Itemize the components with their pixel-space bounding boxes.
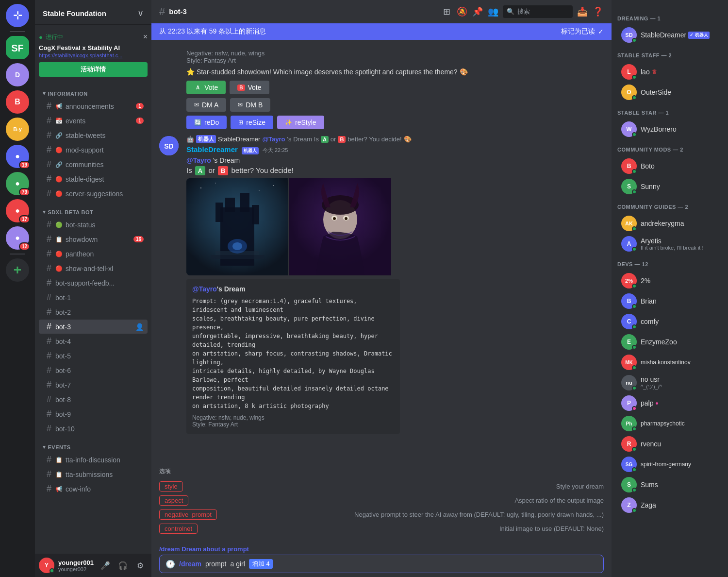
cogx-cta-button[interactable]: 活动详情 xyxy=(39,62,148,77)
inbox-icon[interactable]: 📥 xyxy=(577,6,588,17)
member-name: spirit-from-germany xyxy=(641,461,718,468)
status-dot xyxy=(632,226,637,231)
channel-bot-9[interactable]: # bot-9 xyxy=(39,407,148,421)
server-icon-3[interactable]: B xyxy=(6,90,29,114)
channel-tta-submissions[interactable]: # 📋 tta-submissions xyxy=(39,467,148,481)
channel-bot-3[interactable]: # bot-3 👤 xyxy=(39,320,148,334)
option-negative-tag[interactable]: negative_prompt xyxy=(159,509,217,520)
tayro-mention: @Tayro 's Dream xyxy=(186,156,604,164)
mark-read-button[interactable]: 标记为已读 ✓ xyxy=(561,27,604,36)
command-area: /dream Dream about a prompt 🕐 /dream pro… xyxy=(151,542,612,577)
member-palp[interactable]: P palp ♦ xyxy=(617,393,722,413)
member-pharmapsychotic[interactable]: Ph pharmapsychotic xyxy=(617,414,722,433)
sidebar-header[interactable]: Stable Foundation ∨ xyxy=(35,0,151,25)
channel-tta-info[interactable]: # 📋 tta-info-discussion xyxy=(39,453,148,467)
member-avatar-wyzborrero: W xyxy=(621,121,637,137)
vote-a-button[interactable]: A Vote xyxy=(186,81,226,94)
server-icon-8[interactable]: ● 12 xyxy=(6,226,29,250)
server-icon-stable-foundation[interactable]: SF xyxy=(6,36,29,59)
option-aspect-tag[interactable]: aspect xyxy=(159,495,188,506)
status-dot xyxy=(632,447,637,452)
channel-name: bot-1 xyxy=(55,294,144,302)
member-nousr[interactable]: nu no usr ^_(ツ)_/^ xyxy=(617,373,722,392)
mute-button[interactable]: 🎤 xyxy=(98,558,113,573)
channel-name: bot-6 xyxy=(55,367,144,374)
dm-a-label: DM A xyxy=(202,101,218,109)
restyle-button[interactable]: ✨ reStyle xyxy=(277,116,324,129)
channel-pantheon[interactable]: # 🔴 pantheon xyxy=(39,247,148,261)
member-wyzborrero[interactable]: W WyzBorrero xyxy=(617,119,722,139)
channel-bot-8[interactable]: # bot-8 xyxy=(39,392,148,407)
resize-button[interactable]: ⊞ reSize xyxy=(231,116,273,129)
member-rvencu[interactable]: R rvencu xyxy=(617,434,722,454)
option-controlnet-tag[interactable]: controlnet xyxy=(159,524,198,534)
channel-bot-support[interactable]: # bot-support-feedb... xyxy=(39,276,148,290)
discord-home-button[interactable]: ⊹ xyxy=(6,4,29,27)
server-icon-5[interactable]: ● 19 xyxy=(6,145,29,168)
redo-label: reDo xyxy=(204,119,219,126)
server-icon-7[interactable]: ● 17 xyxy=(6,199,29,222)
member-enzymezoo[interactable]: E EnzymeZoo xyxy=(617,332,722,352)
member-sunny[interactable]: S Sunny xyxy=(617,177,722,196)
restyle-label: reStyle xyxy=(295,119,316,126)
member-comfy[interactable]: C comfy xyxy=(617,312,722,331)
add-server-button[interactable]: + xyxy=(6,258,29,282)
channel-announcements[interactable]: # 📢 announcements 1 xyxy=(39,99,148,113)
channel-communities[interactable]: # 🔗 communities xyxy=(39,157,148,171)
cogx-url[interactable]: https://stabilityaicogx.splashthat.c... xyxy=(39,52,148,58)
category-dreaming: DREAMING — 1 xyxy=(617,16,722,21)
member-2percent[interactable]: 2% 2% xyxy=(617,271,722,290)
hashtag-icon[interactable]: ⊞ xyxy=(441,6,452,17)
member-andrekerygma[interactable]: AK andrekerygma xyxy=(617,214,722,233)
redo-button[interactable]: 🔄 reDo xyxy=(186,116,227,129)
channel-bot-status[interactable]: # 🟢 bot-status xyxy=(39,218,148,232)
help-icon[interactable]: ❓ xyxy=(592,6,604,17)
channel-bot-6[interactable]: # bot-6 xyxy=(39,363,148,377)
user-status-dot xyxy=(50,568,54,573)
member-zaga[interactable]: Z Zaga xyxy=(617,495,722,515)
channel-bot-5[interactable]: # bot-5 xyxy=(39,349,148,363)
deafen-button[interactable]: 🎧 xyxy=(115,558,131,573)
channel-bot-7[interactable]: # bot-7 xyxy=(39,378,148,392)
channel-bot-1[interactable]: # bot-1 xyxy=(39,290,148,305)
channel-show-and-tell[interactable]: # 🔴 show-and-tell-xl xyxy=(39,261,148,275)
server-icon-6[interactable]: ● 79 xyxy=(6,172,29,195)
channel-server-suggestions[interactable]: # 🔴 server-suggestions xyxy=(39,187,148,201)
dm-b-button[interactable]: ✉ DM B xyxy=(230,98,270,112)
member-stabledreamer[interactable]: SD StableDreamer ✓ 机器人 xyxy=(617,25,722,45)
channel-bot-4[interactable]: # bot-4 xyxy=(39,334,148,348)
member-spirit[interactable]: SG spirit-from-germany xyxy=(617,455,722,474)
member-boto[interactable]: B Boto xyxy=(617,156,722,176)
pin-icon[interactable]: 📌 xyxy=(472,6,483,17)
svg-point-26 xyxy=(345,217,347,220)
member-outerside[interactable]: O OuterSide xyxy=(617,83,722,102)
dm-a-button[interactable]: ✉ DM A xyxy=(186,98,226,112)
avatar-initial: Ph xyxy=(626,421,632,426)
option-style-tag[interactable]: style xyxy=(159,481,183,492)
member-lao[interactable]: L lao ♛ xyxy=(617,62,722,82)
members-icon[interactable]: 👥 xyxy=(487,6,499,17)
image-a xyxy=(186,178,288,275)
settings-button[interactable]: ⚙ xyxy=(132,558,148,573)
member-aryetis[interactable]: A Aryetis If it ain't broke, I'll break … xyxy=(617,234,722,254)
clock-icon: 🕐 xyxy=(165,560,175,569)
channel-stable-digest[interactable]: # 🔴 stable-digest xyxy=(39,172,148,186)
channel-bot-2[interactable]: # bot-2 xyxy=(39,305,148,319)
channel-bot-10[interactable]: # bot-10 xyxy=(39,422,148,436)
channel-stable-tweets[interactable]: # 🔗 stable-tweets xyxy=(39,128,148,142)
search-bar[interactable]: 🔍 搜索 xyxy=(503,5,573,18)
close-panel-button[interactable]: × xyxy=(143,33,148,41)
channel-mod-support[interactable]: # 🔴 mod-support xyxy=(39,143,148,157)
member-sums[interactable]: S Sums xyxy=(617,475,722,494)
vote-b-button[interactable]: B Vote xyxy=(230,81,269,94)
server-icon-2[interactable]: D xyxy=(6,63,29,86)
server-dropdown-icon[interactable]: ∨ xyxy=(137,8,144,18)
server-icon-4[interactable]: B-y xyxy=(6,118,29,141)
bell-mute-icon[interactable]: 🔕 xyxy=(456,6,468,17)
channel-showdown[interactable]: # 📋 showdown 16 xyxy=(39,232,148,246)
channel-events[interactable]: # 📅 events 1 xyxy=(39,114,148,128)
channel-cow-info[interactable]: # 📢 cow-info xyxy=(39,482,148,496)
channel-header-name: bot-3 xyxy=(169,7,187,16)
member-brian[interactable]: B Brian xyxy=(617,291,722,311)
member-misha[interactable]: MK misha.konstantinov xyxy=(617,353,722,372)
